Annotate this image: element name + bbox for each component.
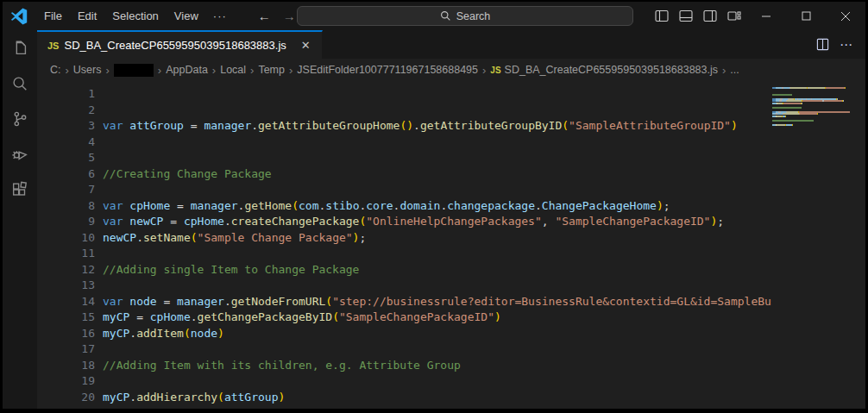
breadcrumb-separator-icon: › [250,64,254,77]
breadcrumb-item[interactable]: C: [50,64,61,76]
code-line[interactable]: 5 [37,150,772,166]
menu-view[interactable]: View [167,6,206,26]
search-box[interactable]: Search [297,6,633,26]
breadcrumb-separator-icon: › [212,64,216,77]
breadcrumb-item[interactable]: ... [730,64,739,76]
search-icon [440,10,451,22]
js-file-icon: JS [490,66,500,75]
tab-file[interactable]: JS SD_BA_CreateCP6559595039518683883.js … [37,30,323,59]
code-line[interactable]: 21 [37,405,772,409]
code-line[interactable]: 18//Adding Item with its children, e.g. … [37,358,772,374]
line-number: 21 [37,405,95,409]
code-line-text: var attGroup = manager.getAttributeGroup… [95,118,738,135]
tab-bar: JS SD_BA_CreateCP6559595039518683883.js … [37,30,865,59]
code-line[interactable]: 10newCP.setName("Sample Change Package")… [37,230,772,247]
code-line-text: var cpHome = manager.getHome(com.stibo.c… [95,198,670,215]
code-line[interactable]: 16myCP.addItem(node) [37,326,772,342]
breadcrumb-item[interactable]: JSEditFolder10077711967158688495 [297,64,478,76]
code-line[interactable]: 17 [37,341,772,358]
code-line-text [95,86,103,103]
split-editor-icon[interactable] [816,38,829,51]
code-area[interactable]: 123var attGroup = manager.getAttributeGr… [37,86,772,409]
editor-group: JS SD_BA_CreateCP6559595039518683883.js … [37,30,865,409]
toggle-secondary-sidebar-icon[interactable] [698,5,722,28]
code-line[interactable]: 4 [37,135,772,151]
line-number: 13 [37,278,95,294]
toggle-panel-icon[interactable] [674,5,698,28]
extensions-icon[interactable] [6,178,34,201]
line-number: 2 [37,103,95,119]
editor-actions-more-icon[interactable]: ⋯ [840,37,853,53]
line-number: 18 [37,358,95,374]
code-line[interactable]: 1 [37,86,772,103]
minimap[interactable] [772,83,852,409]
menu-file[interactable]: File [36,6,70,26]
minimap-line [772,126,852,128]
code-line-text [95,278,103,294]
code-line-text [95,182,103,198]
code-line[interactable]: 15myCP = cpHome.getChangePackageByID("Sa… [37,310,772,326]
explorer-icon[interactable] [6,37,34,59]
run-and-debug-icon[interactable] [6,143,34,166]
line-number: 6 [37,166,95,183]
code-line[interactable]: 11 [37,246,772,262]
code-line-text [95,150,103,166]
breadcrumb: C:›Users››AppData›Local›Temp›JSEditFolde… [37,59,865,81]
tab-close-icon[interactable]: ✕ [299,38,313,53]
code-line[interactable]: 7 [37,182,772,198]
code-line-text: myCP = cpHome.getChangePackageByID("Samp… [95,310,501,326]
code-line-text: //Adding Item with its children, e.g. At… [95,358,461,374]
breadcrumb-separator-icon: › [722,64,726,77]
code-line-text [95,135,103,151]
search-placeholder: Search [456,10,491,22]
breadcrumb-separator-icon: › [106,64,110,77]
line-number: 9 [37,214,95,230]
code-line-text: //Creating Change Package [95,166,272,183]
breadcrumb-redacted-item[interactable] [114,64,154,77]
maximize-button[interactable] [786,2,826,30]
line-number: 5 [37,150,95,166]
tab-label: SD_BA_CreateCP6559595039518683883.js [64,39,286,52]
line-number: 7 [37,182,95,198]
code-line-text [95,373,103,390]
screen: { "title_bar": { "menus": ["File", "Edit… [0,0,868,413]
menu-edit[interactable]: Edit [70,6,104,26]
search-sidebar-icon[interactable] [6,72,34,95]
close-button[interactable] [826,2,865,30]
minimize-button[interactable] [746,2,786,30]
code-line[interactable]: 14var node = manager.getNodeFromURL("ste… [37,294,772,310]
code-line[interactable]: 13 [37,278,772,294]
vscode-logo-icon [10,8,28,25]
back-icon[interactable]: ← [258,9,271,23]
code-line-text [95,341,103,358]
breadcrumb-item[interactable]: Local [220,64,246,76]
menu-more-icon[interactable]: ··· [206,6,234,26]
code-line[interactable]: 8var cpHome = manager.getHome(com.stibo.… [37,198,772,215]
toggle-primary-sidebar-icon[interactable] [650,5,674,28]
line-number: 1 [37,86,95,103]
source-control-icon[interactable] [6,108,34,130]
customize-layout-icon[interactable] [722,5,746,28]
menu-selection[interactable]: Selection [104,6,166,26]
breadcrumb-item[interactable]: Temp [258,64,285,76]
line-number: 14 [37,294,95,310]
line-number: 20 [37,390,95,406]
code-line[interactable]: 19 [37,373,772,390]
code-line[interactable]: 6//Creating Change Package [37,166,772,183]
minimap-line [772,87,852,89]
code-line[interactable]: 12//Adding single Item to Change Package [37,262,772,278]
code-editor[interactable]: 123var attGroup = manager.getAttributeGr… [37,81,865,409]
js-file-icon: JS [47,41,59,51]
line-number: 17 [37,341,95,358]
code-line[interactable]: 20myCP.addHierarchy(attGroup) [37,390,772,406]
breadcrumb-item[interactable]: Users [73,64,102,76]
code-line[interactable]: 9var newCP = cpHome.createChangePackage(… [37,214,772,230]
breadcrumb-separator-icon: › [158,64,161,77]
forward-icon[interactable]: → [283,9,296,23]
breadcrumb-item[interactable]: SD_BA_CreateCP6559595039518683883.js [505,64,718,76]
breadcrumb-item[interactable]: AppData [166,64,208,76]
breadcrumb-separator-icon: › [66,64,69,77]
code-line[interactable]: 3var attGroup = manager.getAttributeGrou… [37,118,772,135]
code-line-text: //Adding single Item to Change Package [95,262,359,278]
code-line[interactable]: 2 [37,103,772,119]
